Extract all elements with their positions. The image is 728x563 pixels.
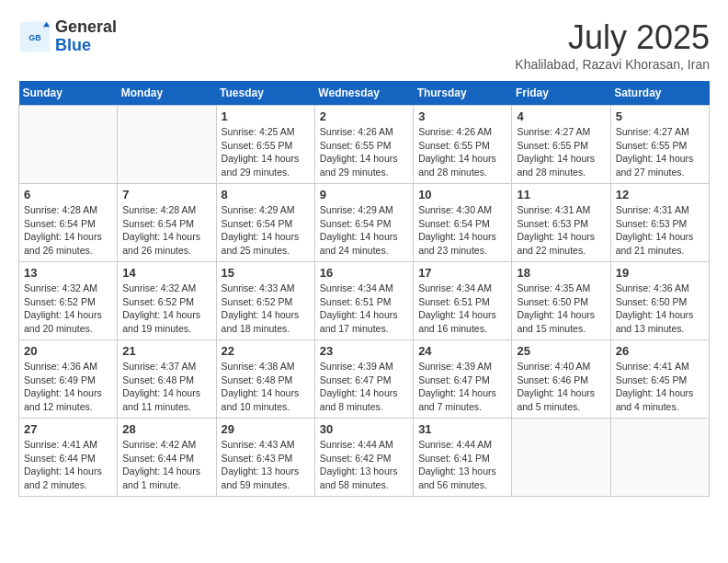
day-number: 31	[418, 422, 506, 436]
calendar-cell	[610, 419, 709, 497]
day-info: Sunrise: 4:42 AMSunset: 6:44 PMDaylight:…	[122, 438, 210, 492]
day-info: Sunrise: 4:29 AMSunset: 6:54 PMDaylight:…	[222, 203, 310, 258]
day-number: 12	[616, 188, 704, 201]
day-number: 9	[320, 188, 408, 201]
calendar-cell: 8Sunrise: 4:29 AMSunset: 6:54 PMDaylight…	[216, 184, 314, 262]
calendar-cell: 27Sunrise: 4:41 AMSunset: 6:44 PMDayligh…	[19, 419, 118, 497]
calendar-cell: 24Sunrise: 4:39 AMSunset: 6:47 PMDayligh…	[414, 340, 512, 419]
calendar-cell: 19Sunrise: 4:36 AMSunset: 6:50 PMDayligh…	[610, 262, 709, 340]
logo-line1: General	[55, 17, 117, 36]
location: Khalilabad, Razavi Khorasan, Iran	[515, 57, 710, 72]
calendar-cell: 17Sunrise: 4:34 AMSunset: 6:51 PMDayligh…	[414, 262, 512, 340]
day-number: 18	[517, 266, 605, 280]
day-number: 20	[24, 344, 112, 358]
day-info: Sunrise: 4:31 AMSunset: 6:53 PMDaylight:…	[616, 203, 704, 258]
calendar-cell: 20Sunrise: 4:36 AMSunset: 6:49 PMDayligh…	[19, 340, 118, 419]
calendar-cell: 2Sunrise: 4:26 AMSunset: 6:55 PMDaylight…	[314, 106, 413, 184]
calendar-cell: 14Sunrise: 4:32 AMSunset: 6:52 PMDayligh…	[118, 262, 216, 340]
day-number: 6	[24, 188, 112, 201]
day-info: Sunrise: 4:41 AMSunset: 6:45 PMDaylight:…	[616, 360, 704, 414]
day-number: 22	[222, 344, 310, 358]
calendar-cell: 21Sunrise: 4:37 AMSunset: 6:48 PMDayligh…	[118, 340, 216, 419]
day-number: 4	[517, 109, 605, 123]
calendar-cell: 9Sunrise: 4:29 AMSunset: 6:54 PMDaylight…	[314, 184, 413, 262]
day-number: 27	[24, 422, 112, 436]
day-info: Sunrise: 4:44 AMSunset: 6:41 PMDaylight:…	[418, 438, 506, 492]
calendar-cell: 29Sunrise: 4:43 AMSunset: 6:43 PMDayligh…	[216, 419, 314, 497]
day-number: 17	[418, 266, 506, 280]
calendar-week-3: 13Sunrise: 4:32 AMSunset: 6:52 PMDayligh…	[19, 262, 710, 340]
calendar-cell	[512, 419, 610, 497]
day-number: 7	[122, 188, 210, 201]
calendar-cell: 30Sunrise: 4:44 AMSunset: 6:42 PMDayligh…	[314, 419, 413, 497]
col-header-tuesday: Tuesday	[216, 81, 314, 106]
day-info: Sunrise: 4:39 AMSunset: 6:47 PMDaylight:…	[320, 360, 408, 414]
day-number: 29	[222, 422, 310, 436]
day-info: Sunrise: 4:28 AMSunset: 6:54 PMDaylight:…	[24, 203, 112, 258]
calendar-cell: 22Sunrise: 4:38 AMSunset: 6:48 PMDayligh…	[216, 340, 314, 419]
day-number: 15	[222, 266, 310, 280]
day-info: Sunrise: 4:41 AMSunset: 6:44 PMDaylight:…	[24, 438, 112, 492]
calendar-cell: 4Sunrise: 4:27 AMSunset: 6:55 PMDaylight…	[512, 106, 610, 184]
day-info: Sunrise: 4:37 AMSunset: 6:48 PMDaylight:…	[122, 360, 210, 414]
col-header-thursday: Thursday	[414, 81, 512, 106]
svg-text:GB: GB	[28, 32, 41, 41]
col-header-sunday: Sunday	[19, 81, 118, 106]
calendar-table: SundayMondayTuesdayWednesdayThursdayFrid…	[18, 81, 710, 497]
day-info: Sunrise: 4:32 AMSunset: 6:52 PMDaylight:…	[122, 282, 210, 336]
calendar-cell: 25Sunrise: 4:40 AMSunset: 6:46 PMDayligh…	[512, 340, 610, 419]
day-number: 28	[122, 422, 210, 436]
day-info: Sunrise: 4:36 AMSunset: 6:50 PMDaylight:…	[616, 282, 704, 336]
logo-text: General Blue	[55, 18, 117, 55]
day-number: 23	[320, 344, 408, 358]
day-number: 24	[418, 344, 506, 358]
day-number: 1	[222, 109, 310, 123]
calendar-cell: 5Sunrise: 4:27 AMSunset: 6:55 PMDaylight…	[610, 106, 709, 184]
calendar-cell: 26Sunrise: 4:41 AMSunset: 6:45 PMDayligh…	[610, 340, 709, 419]
calendar-week-5: 27Sunrise: 4:41 AMSunset: 6:44 PMDayligh…	[19, 419, 710, 497]
day-info: Sunrise: 4:28 AMSunset: 6:54 PMDaylight:…	[122, 203, 210, 258]
day-number: 14	[122, 266, 210, 280]
day-info: Sunrise: 4:33 AMSunset: 6:52 PMDaylight:…	[222, 282, 310, 336]
day-info: Sunrise: 4:35 AMSunset: 6:50 PMDaylight:…	[517, 282, 605, 336]
calendar-cell: 15Sunrise: 4:33 AMSunset: 6:52 PMDayligh…	[216, 262, 314, 340]
day-info: Sunrise: 4:43 AMSunset: 6:43 PMDaylight:…	[222, 438, 310, 492]
calendar-cell: 11Sunrise: 4:31 AMSunset: 6:53 PMDayligh…	[512, 184, 610, 262]
calendar-cell: 1Sunrise: 4:25 AMSunset: 6:55 PMDaylight…	[216, 106, 314, 184]
day-info: Sunrise: 4:32 AMSunset: 6:52 PMDaylight:…	[24, 282, 112, 336]
day-info: Sunrise: 4:25 AMSunset: 6:55 PMDaylight:…	[222, 125, 310, 179]
day-number: 13	[24, 266, 112, 280]
day-info: Sunrise: 4:38 AMSunset: 6:48 PMDaylight:…	[222, 360, 310, 414]
calendar-cell: 16Sunrise: 4:34 AMSunset: 6:51 PMDayligh…	[314, 262, 413, 340]
day-number: 25	[517, 344, 605, 358]
logo: GB General Blue	[18, 18, 117, 55]
calendar-cell: 12Sunrise: 4:31 AMSunset: 6:53 PMDayligh…	[610, 184, 709, 262]
day-info: Sunrise: 4:26 AMSunset: 6:55 PMDaylight:…	[418, 125, 506, 179]
day-number: 19	[616, 266, 704, 280]
day-number: 21	[122, 344, 210, 358]
col-header-wednesday: Wednesday	[314, 81, 413, 106]
calendar-cell	[19, 106, 118, 184]
calendar-cell: 31Sunrise: 4:44 AMSunset: 6:41 PMDayligh…	[414, 419, 512, 497]
calendar-cell: 10Sunrise: 4:30 AMSunset: 6:54 PMDayligh…	[414, 184, 512, 262]
day-info: Sunrise: 4:27 AMSunset: 6:55 PMDaylight:…	[616, 125, 704, 179]
calendar-cell: 7Sunrise: 4:28 AMSunset: 6:54 PMDaylight…	[118, 184, 216, 262]
day-info: Sunrise: 4:40 AMSunset: 6:46 PMDaylight:…	[517, 360, 605, 414]
col-header-monday: Monday	[118, 81, 216, 106]
calendar-cell: 28Sunrise: 4:42 AMSunset: 6:44 PMDayligh…	[118, 419, 216, 497]
day-number: 5	[616, 109, 704, 123]
calendar-week-4: 20Sunrise: 4:36 AMSunset: 6:49 PMDayligh…	[19, 340, 710, 419]
day-info: Sunrise: 4:44 AMSunset: 6:42 PMDaylight:…	[320, 438, 408, 492]
day-info: Sunrise: 4:31 AMSunset: 6:53 PMDaylight:…	[517, 203, 605, 258]
day-info: Sunrise: 4:27 AMSunset: 6:55 PMDaylight:…	[517, 125, 605, 179]
day-info: Sunrise: 4:34 AMSunset: 6:51 PMDaylight:…	[320, 282, 408, 336]
col-header-friday: Friday	[512, 81, 610, 106]
page-header: GB General Blue July 2025 Khalilabad, Ra…	[18, 18, 710, 72]
calendar-cell	[118, 106, 216, 184]
day-number: 16	[320, 266, 408, 280]
day-info: Sunrise: 4:39 AMSunset: 6:47 PMDaylight:…	[418, 360, 506, 414]
calendar-week-1: 1Sunrise: 4:25 AMSunset: 6:55 PMDaylight…	[19, 106, 710, 184]
calendar-cell: 13Sunrise: 4:32 AMSunset: 6:52 PMDayligh…	[19, 262, 118, 340]
logo-icon: GB	[18, 20, 51, 53]
month-title: July 2025	[515, 18, 710, 57]
